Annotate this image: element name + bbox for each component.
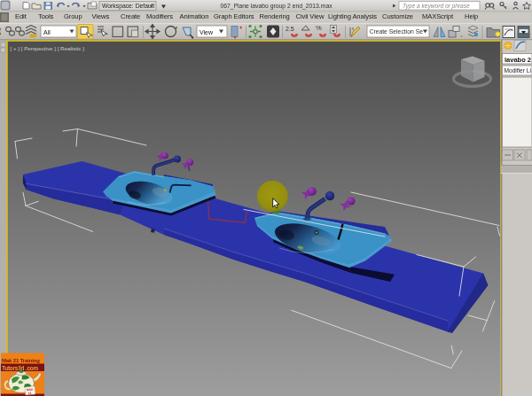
svg-text:Modifier Li: Modifier Li	[505, 67, 532, 74]
svg-text:Rendering: Rendering	[260, 12, 290, 20]
svg-text:lavabo 2: lavabo 2	[505, 56, 531, 64]
svg-text:Graph Editors: Graph Editors	[214, 12, 254, 20]
svg-text:21: 21	[28, 392, 32, 395]
svg-text:Create: Create	[121, 12, 140, 20]
svg-text:View: View	[200, 29, 214, 35]
svg-text:Create Selection Se: Create Selection Se	[370, 28, 424, 35]
svg-text:Type a keyword or phrase: Type a keyword or phrase	[403, 3, 470, 10]
svg-text:Customize: Customize	[382, 12, 413, 20]
svg-text:MAXScript: MAXScript	[422, 12, 454, 20]
svg-text:Civil View: Civil View	[296, 12, 325, 20]
svg-text:All: All	[43, 29, 51, 35]
svg-text:Workspace: Default: Workspace: Default	[102, 3, 154, 10]
svg-text:067_Plane lavabo group 2 end_2: 067_Plane lavabo group 2 end_2013.max	[220, 3, 332, 10]
svg-text:Modifiers: Modifiers	[146, 12, 173, 20]
svg-text:Views: Views	[92, 12, 110, 20]
svg-text:Animation: Animation	[180, 12, 209, 20]
svg-text:Edit: Edit	[15, 12, 27, 20]
svg-text:[ + ] [ Perspective ] [ Realis: [ + ] [ Perspective ] [ Realistic ]	[11, 45, 85, 51]
svg-text:Lighting Analysis: Lighting Analysis	[328, 12, 377, 20]
svg-text:%: %	[316, 24, 322, 32]
svg-text:Mak 21 Training: Mak 21 Training	[2, 358, 40, 363]
svg-text:2.5: 2.5	[286, 26, 294, 32]
svg-text:Group: Group	[64, 12, 82, 20]
svg-text:Help: Help	[465, 12, 478, 20]
svg-text:Tools: Tools	[38, 12, 54, 20]
